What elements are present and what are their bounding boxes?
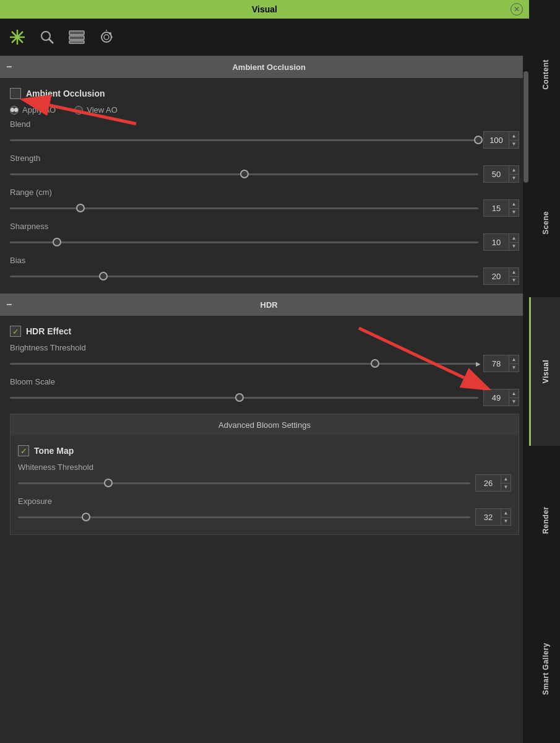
exposure-thumb[interactable] (82, 513, 90, 521)
sharpness-slider[interactable] (10, 241, 478, 243)
blend-spinners: ▲ ▼ (509, 132, 519, 148)
hdr-collapse-icon[interactable]: − (6, 299, 12, 310)
strength-value-box: 50 ▲ ▼ (483, 165, 519, 183)
exposure-value: 32 (476, 509, 501, 525)
sharpness-up[interactable]: ▲ (509, 234, 519, 243)
sharpness-label: Sharpness (10, 222, 519, 231)
blend-row: 100 ▲ ▼ (10, 131, 519, 149)
ambient-occlusion-header[interactable]: − Ambient Occlusion (0, 56, 529, 78)
range-row: 15 ▲ ▼ (10, 199, 519, 217)
strength-label: Strength (10, 154, 519, 163)
bias-thumb[interactable] (99, 272, 108, 280)
range-slider[interactable] (10, 207, 478, 209)
strength-slider[interactable] (10, 173, 478, 175)
bias-down[interactable]: ▼ (509, 277, 519, 285)
svg-point-12 (109, 32, 111, 35)
whiteness-up[interactable]: ▲ (501, 475, 510, 484)
sidebar-item-render[interactable]: Render (529, 446, 560, 594)
blend-label: Blend (10, 119, 519, 129)
close-button[interactable]: ✕ (510, 3, 523, 15)
sidebar-item-smart-gallery[interactable]: Smart Gallery (529, 594, 560, 743)
hdr-section-content: HDR Effect Brightness Threshold ▶ 78 (0, 316, 529, 546)
brightness-down[interactable]: ▼ (509, 364, 519, 372)
blend-value-box: 100 ▲ ▼ (483, 131, 519, 149)
ao-section-content: Ambient Occlusion Apply AO View AO (0, 78, 529, 293)
ao-collapse-icon[interactable]: − (6, 61, 12, 72)
whiteness-slider[interactable] (18, 482, 470, 484)
range-value: 15 (484, 200, 509, 216)
apply-ao-radio[interactable] (10, 106, 19, 115)
view-ao-item[interactable]: View AO (74, 105, 118, 115)
apply-ao-item[interactable]: Apply AO (10, 105, 56, 115)
range-label: Range (cm) (10, 188, 519, 197)
strength-section: Strength 50 ▲ ▼ (10, 151, 519, 185)
svg-rect-9 (69, 41, 84, 43)
whiteness-down[interactable]: ▼ (501, 484, 510, 492)
tone-map-checkbox[interactable] (18, 445, 29, 456)
bloom-scale-value: 49 (484, 389, 509, 406)
sharpness-row: 10 ▲ ▼ (10, 233, 519, 251)
whiteness-value: 26 (476, 475, 501, 491)
exposure-up[interactable]: ▲ (501, 509, 510, 518)
toolbar (0, 19, 529, 56)
sidebar-item-visual[interactable]: Visual (529, 297, 560, 446)
strength-thumb[interactable] (240, 170, 249, 178)
brightness-slider[interactable]: ▶ (10, 363, 478, 365)
hdr-checkbox[interactable] (10, 326, 21, 337)
strength-down[interactable]: ▼ (509, 175, 519, 183)
bias-up[interactable]: ▲ (509, 268, 519, 277)
blend-thumb[interactable] (474, 136, 483, 144)
advanced-bloom-header[interactable]: Advanced Bloom Settings (11, 414, 519, 435)
content-area[interactable]: − Ambient Occlusion Ambient Occlusion A (0, 56, 529, 546)
search-icon[interactable] (36, 26, 58, 48)
layers-icon[interactable] (66, 26, 88, 48)
whiteness-row: 26 ▲ ▼ (18, 474, 511, 492)
bloom-scale-thumb[interactable] (235, 393, 244, 402)
scrollbar-track[interactable] (523, 56, 529, 743)
ao-checkbox[interactable] (10, 88, 21, 99)
bias-spinners: ▲ ▼ (509, 268, 519, 284)
blend-down[interactable]: ▼ (509, 141, 519, 149)
strength-up[interactable]: ▲ (509, 166, 519, 175)
range-up[interactable]: ▲ (509, 200, 519, 209)
whiteness-thumb[interactable] (104, 479, 113, 487)
sharpness-value: 10 (484, 234, 509, 250)
brightness-value-box: 78 ▲ ▼ (483, 355, 519, 372)
sidebar-item-content[interactable]: Content (529, 0, 560, 149)
range-down[interactable]: ▼ (509, 209, 519, 217)
range-thumb[interactable] (76, 204, 85, 212)
blend-value: 100 (484, 132, 509, 148)
brightness-row: ▶ 78 ▲ ▼ (10, 355, 519, 372)
exposure-down[interactable]: ▼ (501, 518, 510, 526)
scene-tab-label: Scene (541, 211, 550, 235)
exposure-slider[interactable] (18, 516, 470, 518)
sidebar-item-scene[interactable]: Scene (529, 149, 560, 297)
hdr-label: HDR Effect (26, 326, 71, 336)
hdr-header[interactable]: − HDR (0, 293, 529, 316)
advanced-bloom-section: Advanced Bloom Settings Tone Map Whitene… (10, 414, 519, 535)
range-spinners: ▲ ▼ (509, 200, 519, 216)
view-ao-radio[interactable] (74, 106, 83, 115)
range-section: Range (cm) 15 ▲ ▼ (10, 185, 519, 219)
bloom-scale-down[interactable]: ▼ (509, 398, 519, 406)
bloom-scale-row: 49 ▲ ▼ (10, 389, 519, 406)
blend-up[interactable]: ▲ (509, 132, 519, 141)
brightness-up[interactable]: ▲ (509, 355, 519, 364)
brightness-thumb[interactable] (371, 359, 379, 368)
blend-section: Blend 100 ▲ ▼ (10, 117, 519, 151)
bloom-scale-slider[interactable] (10, 397, 478, 399)
snowflake-icon[interactable] (6, 26, 28, 48)
range-value-box: 15 ▲ ▼ (483, 199, 519, 217)
brightness-label: Brightness Threshold (10, 343, 519, 352)
blend-slider[interactable] (10, 139, 478, 141)
bloom-scale-up[interactable]: ▲ (509, 389, 519, 398)
window-title: Visual (252, 4, 277, 14)
strength-spinners: ▲ ▼ (509, 166, 519, 182)
sharpness-down[interactable]: ▼ (509, 243, 519, 251)
exposure-value-box: 32 ▲ ▼ (475, 508, 511, 526)
bias-slider[interactable] (10, 276, 478, 277)
camera-icon[interactable] (95, 26, 118, 48)
sharpness-thumb[interactable] (53, 238, 61, 246)
hdr-section-title: HDR (15, 300, 523, 310)
scrollbar-thumb[interactable] (523, 71, 528, 183)
